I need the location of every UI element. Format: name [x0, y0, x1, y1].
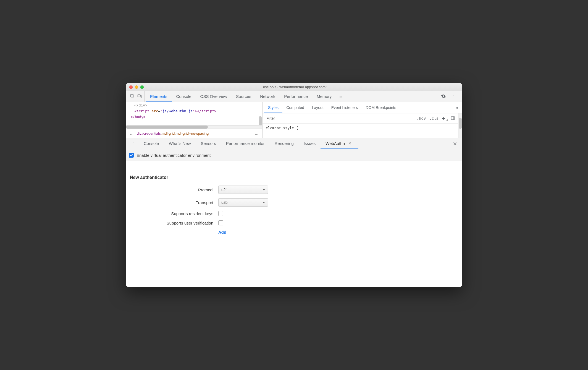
- user-verification-row: Supports user verification: [130, 220, 458, 225]
- drawer-tab-sensors[interactable]: Sensors: [196, 138, 221, 149]
- main-tabs: Elements Console CSS Overview Sources Ne…: [146, 91, 336, 102]
- drawer-menu-kebab-icon[interactable]: ⋮: [128, 138, 139, 149]
- element-style-block[interactable]: element.style {: [262, 124, 458, 132]
- styles-tab-event-listeners[interactable]: Event Listeners: [327, 102, 362, 113]
- panels-middle: </div> <script src="js/webauthn.js"></sc…: [126, 102, 462, 138]
- transport-label: Transport: [130, 200, 218, 205]
- styles-filter-row: :hov .cls + ◢: [262, 113, 458, 124]
- drawer-tab-bar: ⋮ Console What's New Sensors Performance…: [126, 138, 462, 149]
- zoom-window-button[interactable]: [140, 85, 144, 89]
- drawer-tab-issues[interactable]: Issues: [299, 138, 321, 149]
- devtools-window: DevTools - webauthndemo.appspot.com/ Ele…: [126, 83, 462, 287]
- elements-dom-pane: </div> <script src="js/webauthn.js"></sc…: [126, 102, 262, 138]
- enable-virtual-auth-label: Enable virtual authenticator environment: [136, 153, 211, 158]
- minimize-window-button[interactable]: [135, 85, 138, 89]
- enable-bar: Enable virtual authenticator environment: [126, 149, 462, 161]
- hov-toggle[interactable]: :hov: [417, 116, 426, 121]
- toggle-sidebar-icon[interactable]: [451, 116, 455, 121]
- tab-sources[interactable]: Sources: [232, 91, 256, 102]
- traffic-lights: [129, 85, 144, 89]
- svg-rect-2: [140, 95, 141, 98]
- styles-scrollbar[interactable]: [458, 113, 462, 138]
- checkmark-icon: [130, 154, 133, 157]
- add-row: Add: [130, 230, 458, 235]
- inspect-element-icon[interactable]: [130, 94, 135, 100]
- styles-tab-styles[interactable]: Styles: [264, 102, 282, 113]
- styles-filter-input[interactable]: [266, 116, 412, 121]
- user-verification-checkbox[interactable]: [218, 220, 223, 225]
- breadcrumb-next-icon[interactable]: …: [253, 131, 260, 136]
- breadcrumb[interactable]: … div#credentials.mdl-grid.mdl-grid--no-…: [126, 129, 262, 138]
- inspect-devices-group: [128, 91, 145, 102]
- protocol-select[interactable]: u2f: [218, 186, 268, 194]
- dom-tree[interactable]: </div> <script src="js/webauthn.js"></sc…: [126, 102, 262, 125]
- toolbar-right: ⋮: [437, 91, 460, 102]
- more-tabs-chevron-icon[interactable]: »: [336, 91, 345, 102]
- svg-rect-3: [451, 116, 455, 119]
- tab-performance[interactable]: Performance: [280, 91, 312, 102]
- settings-gear-icon[interactable]: [441, 94, 446, 100]
- tab-network[interactable]: Network: [256, 91, 280, 102]
- resident-keys-row: Supports resident keys: [130, 211, 458, 216]
- user-verification-label: Supports user verification: [130, 221, 218, 225]
- scrollbar-thumb[interactable]: [259, 116, 262, 125]
- styles-tab-layout[interactable]: Layout: [308, 102, 327, 113]
- drawer-tab-rendering[interactable]: Rendering: [270, 138, 299, 149]
- webauthn-panel: New authenticator Protocol u2f Transport…: [126, 161, 462, 287]
- tab-css-overview[interactable]: CSS Overview: [196, 91, 232, 102]
- enable-virtual-auth-checkbox[interactable]: [129, 153, 134, 158]
- styles-tab-bar: Styles Computed Layout Event Listeners D…: [262, 102, 462, 113]
- resident-keys-checkbox[interactable]: [218, 211, 223, 216]
- device-toolbar-icon[interactable]: [137, 94, 142, 100]
- transport-select[interactable]: usb: [218, 198, 268, 207]
- new-style-rule-plus-icon[interactable]: +: [442, 115, 445, 122]
- dropdown-triangle-icon[interactable]: ◢: [446, 119, 448, 121]
- titlebar: DevTools - webauthndemo.appspot.com/: [126, 83, 462, 91]
- more-styles-tabs-chevron-icon[interactable]: »: [453, 102, 460, 113]
- protocol-row: Protocol u2f: [130, 186, 458, 194]
- breadcrumb-prev-icon[interactable]: …: [128, 131, 135, 136]
- styles-filter-actions: :hov .cls + ◢: [414, 115, 457, 122]
- cls-toggle[interactable]: .cls: [429, 116, 439, 121]
- main-tab-bar: Elements Console CSS Overview Sources Ne…: [126, 91, 462, 102]
- drawer-tab-webauthn[interactable]: WebAuthn ✕: [321, 138, 358, 149]
- transport-row: Transport usb: [130, 198, 458, 207]
- new-authenticator-heading: New authenticator: [130, 175, 458, 180]
- tab-elements[interactable]: Elements: [146, 91, 172, 102]
- chevron-down-icon: [263, 189, 265, 191]
- resident-keys-label: Supports resident keys: [130, 211, 218, 216]
- drawer-tab-whatsnew[interactable]: What's New: [164, 138, 196, 149]
- horizontal-scrollbar[interactable]: [126, 125, 262, 129]
- styles-tab-computed[interactable]: Computed: [282, 102, 308, 113]
- drawer-tab-performance-monitor[interactable]: Performance monitor: [221, 138, 270, 149]
- close-tab-icon[interactable]: ✕: [347, 141, 353, 146]
- protocol-label: Protocol: [130, 187, 218, 192]
- tab-memory[interactable]: Memory: [312, 91, 336, 102]
- drawer-tab-console[interactable]: Console: [139, 138, 164, 149]
- add-authenticator-button[interactable]: Add: [218, 230, 226, 234]
- window-title: DevTools - webauthndemo.appspot.com/: [126, 85, 462, 89]
- styles-tab-dom-breakpoints[interactable]: DOM Breakpoints: [362, 102, 400, 113]
- chevron-down-icon: [263, 202, 265, 203]
- tab-console[interactable]: Console: [172, 91, 196, 102]
- close-drawer-icon[interactable]: ✕: [450, 138, 460, 149]
- styles-pane: Styles Computed Layout Event Listeners D…: [262, 102, 462, 138]
- close-window-button[interactable]: [129, 85, 133, 89]
- breadcrumb-node[interactable]: div#credentials.mdl-grid.mdl-grid--no-sp…: [137, 131, 209, 136]
